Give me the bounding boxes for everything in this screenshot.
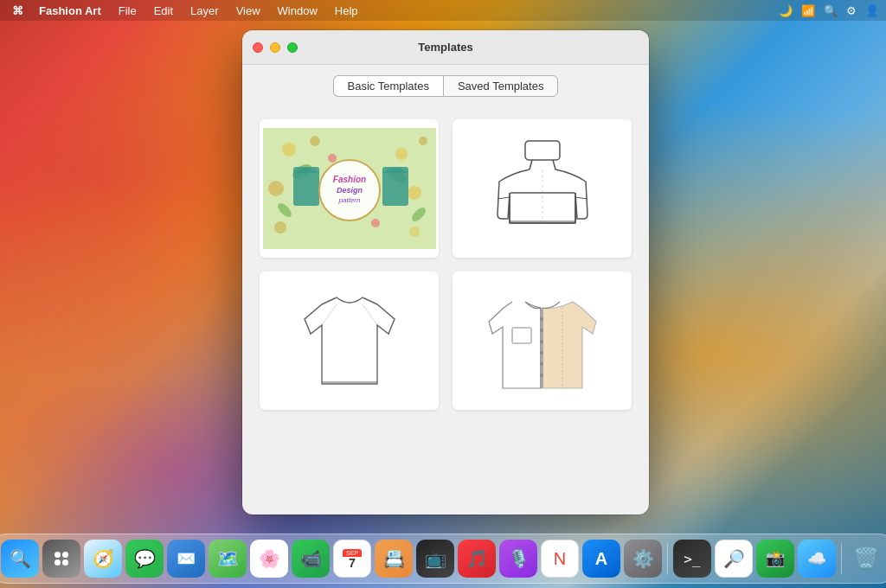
moon-icon: 🌙: [779, 4, 793, 17]
dock-preview[interactable]: 🔎: [715, 540, 753, 578]
minimize-button[interactable]: [270, 42, 280, 53]
control-icon[interactable]: ⚙: [846, 4, 857, 17]
dock-calendar[interactable]: SEP 7: [333, 540, 371, 578]
close-button[interactable]: [253, 42, 263, 53]
template-card-shirt[interactable]: [453, 272, 632, 410]
dock-separator: [667, 543, 668, 574]
svg-rect-22: [473, 128, 612, 249]
maximize-button[interactable]: [287, 42, 298, 53]
svg-point-13: [328, 154, 337, 163]
svg-point-6: [408, 186, 421, 200]
dock-podcasts[interactable]: 🎙️: [499, 540, 537, 578]
svg-point-1: [282, 143, 296, 157]
dock-icloud[interactable]: ☁️: [798, 540, 836, 578]
tab-basic-templates[interactable]: Basic Templates: [333, 75, 443, 97]
dock-trash[interactable]: 🗑️: [847, 540, 885, 578]
svg-point-40: [540, 317, 543, 321]
dock-music[interactable]: 🎵: [458, 540, 496, 578]
menubar-window[interactable]: Window: [271, 3, 324, 19]
svg-point-14: [371, 219, 380, 227]
dock: 🔍 🧭 💬 ✉️ 🗺️ 🌸 📹 SEP 7 📇: [0, 534, 886, 584]
svg-point-2: [310, 136, 320, 146]
svg-text:pattern: pattern: [337, 196, 360, 204]
svg-point-5: [268, 181, 284, 196]
window-controls: [253, 42, 298, 53]
svg-point-43: [540, 351, 543, 355]
dock-launchpad[interactable]: [42, 540, 80, 578]
svg-point-4: [419, 137, 427, 145]
menubar-layer[interactable]: Layer: [183, 3, 226, 19]
window-title: Templates: [418, 41, 472, 54]
window-titlebar: Templates: [242, 30, 649, 65]
search-icon[interactable]: 🔍: [824, 4, 838, 17]
svg-point-45: [540, 374, 543, 377]
user-icon: 👤: [865, 4, 879, 17]
dock-finder[interactable]: 🔍: [1, 540, 39, 578]
dock-mail[interactable]: ✉️: [167, 540, 205, 578]
dock-contacts[interactable]: 📇: [375, 540, 413, 578]
svg-point-44: [540, 362, 543, 366]
apple-menu[interactable]: ⌘: [7, 4, 29, 17]
menubar-edit[interactable]: Edit: [147, 3, 180, 19]
svg-point-7: [274, 221, 286, 233]
svg-point-41: [540, 329, 543, 332]
svg-point-3: [395, 148, 408, 160]
dock-maps[interactable]: 🗺️: [209, 540, 247, 578]
dock-appstore[interactable]: A: [582, 540, 620, 578]
tab-saved-templates[interactable]: Saved Templates: [443, 75, 559, 97]
svg-point-42: [540, 340, 543, 343]
dock-terminal[interactable]: >_: [673, 540, 711, 578]
dock-photos[interactable]: 🌸: [250, 540, 288, 578]
menubar-file[interactable]: File: [112, 3, 144, 19]
dock-separator-2: [841, 543, 842, 574]
svg-rect-31: [280, 272, 419, 410]
dock-systemprefs[interactable]: ⚙️: [624, 540, 662, 578]
menubar-view[interactable]: View: [229, 3, 267, 19]
template-card-pattern[interactable]: Fashion Design pattern: [260, 119, 439, 258]
template-card-tshirt[interactable]: [260, 272, 439, 410]
menubar-right: 🌙 📶 🔍 ⚙ 👤: [779, 4, 879, 17]
template-grid: Fashion Design pattern: [242, 105, 649, 424]
svg-text:Design: Design: [336, 186, 363, 195]
dock-screenshot[interactable]: 📸: [756, 540, 794, 578]
menubar-app-name[interactable]: Fashion Art: [32, 3, 108, 19]
menubar: ⌘ Fashion Art File Edit Layer View Windo…: [0, 0, 886, 21]
svg-text:Fashion: Fashion: [332, 175, 365, 184]
templates-window: Templates Basic Templates Saved Template…: [242, 30, 649, 514]
dock-safari[interactable]: 🧭: [84, 540, 122, 578]
menubar-help[interactable]: Help: [328, 3, 365, 19]
dock-appletv[interactable]: 📺: [416, 540, 454, 578]
wifi-icon: 📶: [801, 4, 815, 17]
template-card-turtleneck[interactable]: [453, 119, 632, 258]
tab-bar: Basic Templates Saved Templates: [242, 65, 649, 105]
dock-messages[interactable]: 💬: [125, 540, 164, 578]
svg-point-8: [409, 227, 420, 237]
dock-news[interactable]: N: [541, 540, 579, 578]
dock-facetime[interactable]: 📹: [292, 540, 330, 578]
